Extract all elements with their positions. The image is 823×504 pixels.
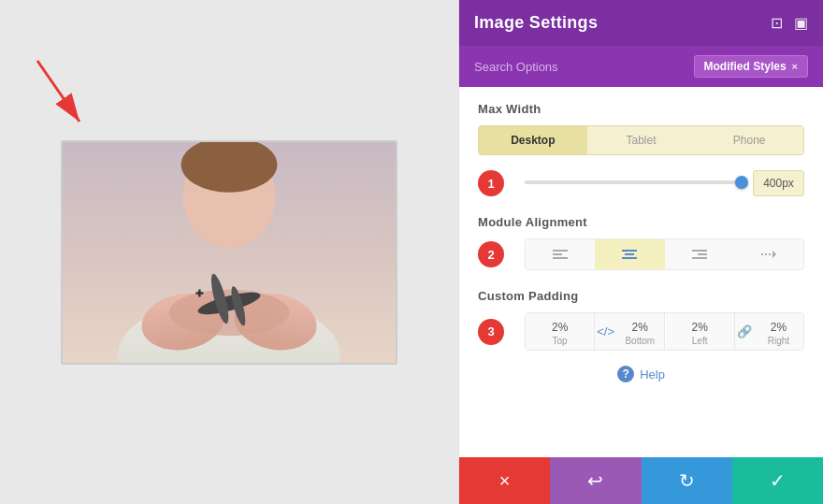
slider-thumb[interactable] (735, 176, 748, 189)
arrow-indicator (19, 51, 94, 136)
redo-button[interactable]: ↻ (642, 457, 732, 504)
expand-icon[interactable]: ⊡ (771, 14, 783, 32)
align-right-icon (690, 247, 709, 262)
align-right-tab[interactable] (665, 239, 734, 269)
help-icon: ? (617, 366, 634, 382)
padding-top-value: 2% (552, 321, 568, 334)
svg-marker-24 (772, 251, 776, 258)
padding-top-field[interactable]: 2% Top (526, 313, 594, 350)
undo-button[interactable]: ↩ (550, 457, 641, 504)
step-3-badge: 3 (478, 319, 504, 345)
padding-bottom-group: </> 2% Bottom (595, 313, 664, 350)
save-button[interactable]: ✓ (732, 457, 823, 504)
alignment-tabs (525, 238, 804, 270)
image-display (61, 140, 397, 365)
device-tabs: Desktop Tablet Phone (478, 125, 804, 155)
modified-styles-badge: Modified Styles × (694, 55, 808, 78)
max-width-value[interactable]: 400px (753, 170, 804, 196)
footer-buttons: × ↩ ↻ ✓ (459, 457, 823, 504)
padding-left-group: 2% Left (666, 313, 735, 350)
custom-padding-label: Custom Padding (478, 289, 804, 303)
align-justify-tab[interactable] (734, 239, 803, 269)
align-justify-icon (759, 247, 778, 262)
padding-top-label: Top (553, 336, 568, 346)
padding-left-label: Left (692, 336, 708, 346)
image-scene (63, 140, 396, 365)
padding-bottom-label: Bottom (625, 336, 655, 346)
settings-content: Max Width Desktop Tablet Phone 1 (459, 87, 823, 457)
columns-icon[interactable]: ▣ (794, 14, 808, 32)
help-text[interactable]: Help (640, 367, 665, 382)
slider-track (525, 180, 742, 184)
svg-line-1 (37, 61, 79, 122)
settings-header: Image Settings ⊡ ▣ (459, 0, 823, 46)
image-preview-panel (0, 0, 458, 504)
padding-top-group: 2% Top (526, 313, 595, 350)
tab-tablet[interactable]: Tablet (587, 126, 696, 154)
padding-left-value: 2% (691, 321, 707, 334)
header-icons: ⊡ ▣ (771, 14, 808, 32)
padding-chain-icon[interactable]: 🔗 (735, 324, 754, 338)
align-left-tab[interactable] (526, 239, 595, 269)
padding-right-group: 🔗 2% Right (735, 313, 803, 350)
max-width-slider[interactable] (525, 180, 742, 186)
slider-fill (525, 180, 720, 184)
align-center-icon (620, 247, 639, 262)
step-2-badge: 2 (478, 241, 504, 267)
max-width-slider-row: 1 400px (525, 170, 804, 196)
padding-right-value: 2% (771, 321, 787, 334)
search-bar: Search Options Modified Styles × (459, 46, 823, 87)
align-center-tab[interactable] (595, 239, 664, 269)
max-width-label: Max Width (478, 102, 804, 116)
tab-phone[interactable]: Phone (695, 126, 803, 154)
settings-panel: Image Settings ⊡ ▣ Search Options Modifi… (458, 0, 823, 504)
padding-wrapper: 3 2% Top </> 2% Bottom (525, 312, 804, 351)
cancel-button[interactable]: × (459, 457, 550, 504)
search-placeholder[interactable]: Search Options (474, 60, 558, 74)
settings-title: Image Settings (474, 13, 598, 33)
step-1-badge: 1 (478, 170, 504, 196)
modified-styles-label: Modified Styles (704, 60, 787, 73)
padding-link-icon-left[interactable]: </> (595, 324, 616, 338)
padding-right-label: Right (768, 336, 789, 346)
alignment-wrapper: 2 (525, 238, 804, 270)
padding-left-field[interactable]: 2% Left (666, 313, 734, 350)
padding-right-field[interactable]: 2% Right (754, 313, 803, 350)
padding-bottom-field[interactable]: 2% Bottom (616, 313, 663, 350)
padding-bottom-value: 2% (632, 321, 648, 334)
modified-styles-close[interactable]: × (792, 61, 798, 72)
help-row: ? Help (478, 366, 804, 382)
padding-grid: 2% Top </> 2% Bottom 2% (525, 312, 804, 351)
tab-desktop[interactable]: Desktop (479, 126, 587, 154)
module-alignment-label: Module Alignment (478, 215, 804, 229)
align-left-icon (551, 247, 570, 262)
